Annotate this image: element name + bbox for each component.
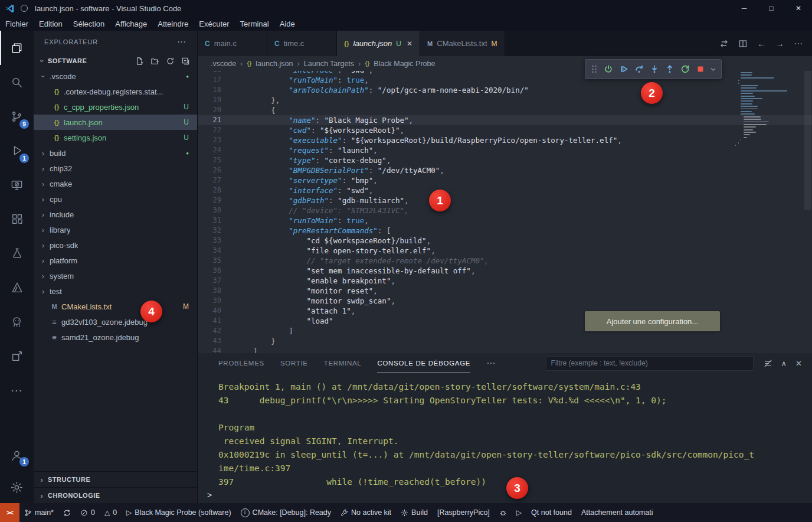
tree-item-samd21-ozone-jdebug[interactable]: ≡samd21_ozone.jdebug <box>34 329 197 345</box>
line-number[interactable]: 20 <box>198 105 235 115</box>
stop-button[interactable] <box>693 62 708 76</box>
activity-testing[interactable] <box>0 236 34 270</box>
statusbar-debug-target[interactable]: ▷Black Magic Probe (software) <box>122 503 236 522</box>
line-number[interactable]: 19 <box>198 95 235 105</box>
section-structure[interactable]: › STRUCTURE <box>34 471 197 487</box>
statusbar-cmake-build[interactable]: Build <box>396 503 433 522</box>
activity-cmake[interactable] <box>0 270 34 305</box>
open-changes-icon[interactable] <box>719 39 729 48</box>
code-line[interactable]: 27 "servertype": "bmp", <box>198 175 812 185</box>
code-line[interactable]: 35 // "target extended-remote /dev/ttyAC… <box>198 256 812 266</box>
menu-atteindre[interactable]: Atteindre <box>152 17 194 31</box>
editor-scrollbar[interactable] <box>804 71 811 210</box>
tree-item-build[interactable]: ›build● <box>34 145 197 161</box>
statusbar-cmake-kit[interactable]: No active kit <box>336 503 396 522</box>
minimize-button[interactable]: ─ <box>731 0 758 17</box>
statusbar-warnings[interactable]: △0 <box>100 503 122 522</box>
statusbar-qt-status[interactable]: Qt not found <box>526 503 577 522</box>
activity-platformio[interactable] <box>0 305 34 339</box>
minimap[interactable] <box>733 72 803 147</box>
line-number[interactable]: 31 <box>198 216 235 226</box>
activity-explorer[interactable] <box>0 31 34 65</box>
close-panel-icon[interactable]: ✕ <box>795 359 802 368</box>
maximize-button[interactable]: □ <box>758 0 785 17</box>
line-number[interactable]: 44 <box>198 346 235 353</box>
navigate-forward-icon[interactable]: → <box>775 38 784 48</box>
restart-button[interactable] <box>678 62 692 76</box>
code-line[interactable]: 28 "interface": "swd", <box>198 185 812 195</box>
tree-item-cmakelists-txt[interactable]: MCMakeLists.txtM <box>34 299 197 314</box>
breadcrumb-item[interactable]: Black Magic Probe <box>374 60 435 68</box>
activity-search[interactable] <box>0 65 34 99</box>
new-folder-icon[interactable] <box>150 57 159 66</box>
more-actions-icon[interactable]: ⋯ <box>794 38 803 49</box>
chevron-down-icon[interactable] <box>709 66 717 73</box>
tab-launch-json[interactable]: {}launch.jsonU✕ <box>337 31 420 56</box>
line-number[interactable]: 43 <box>198 336 235 346</box>
line-number[interactable]: 38 <box>198 286 235 296</box>
tree-item-chip32[interactable]: ›chip32 <box>34 161 197 176</box>
panel-tab-problemes[interactable]: PROBLÈMES <box>218 353 264 373</box>
tree-item-launch-json[interactable]: {}launch.jsonU <box>34 115 197 130</box>
tree-item-gd32vf103-ozone-jdebug[interactable]: ≡gd32vf103_ozone.jdebug <box>34 314 197 329</box>
code-line[interactable]: 38 "monitor reset", <box>198 286 812 296</box>
activity-extensions[interactable] <box>0 202 34 236</box>
tree-item-platform[interactable]: ›platform <box>34 253 197 268</box>
code-line[interactable]: 18 "armToolchainPath": "/opt/gcc-arm-non… <box>198 85 812 95</box>
activity-source-control[interactable]: 9 <box>0 99 34 133</box>
line-number[interactable]: 23 <box>198 135 235 145</box>
panel-more-icon[interactable]: ⋯ <box>486 358 495 368</box>
menu-edition[interactable]: Edition <box>34 17 68 31</box>
step-into-button[interactable] <box>647 62 662 76</box>
line-number[interactable]: 27 <box>198 175 235 185</box>
tab-main-c[interactable]: Cmain.c <box>198 31 267 56</box>
statusbar-cmake-debug[interactable] <box>495 503 512 522</box>
statusbar-cmake-status[interactable]: iCMake: [Debug]: Ready <box>236 503 336 522</box>
activity-more[interactable]: ⋯ <box>0 373 34 407</box>
statusbar-cmake-launch[interactable]: ▷ <box>512 503 526 522</box>
menu-executer[interactable]: Exécuter <box>194 17 234 31</box>
drag-handle-icon[interactable] <box>590 65 599 73</box>
statusbar-git-branch[interactable]: main* <box>19 503 58 522</box>
statusbar-errors[interactable]: 0 <box>76 503 100 522</box>
tree-item-vscode[interactable]: ›.vscode● <box>34 68 197 84</box>
activity-settings[interactable] <box>0 471 34 503</box>
remote-indicator-icon[interactable]: >< <box>0 503 19 522</box>
tree-item-pico-sdk[interactable]: ›pico-sdk <box>34 237 197 253</box>
line-number[interactable]: 37 <box>198 276 235 286</box>
line-number[interactable]: 35 <box>198 256 235 266</box>
line-number[interactable]: 26 <box>198 165 235 175</box>
code-line[interactable]: 44 ] <box>198 346 812 353</box>
tree-item-test[interactable]: ›test <box>34 283 197 299</box>
code-line[interactable]: 37 "enable breakpoint", <box>198 276 812 286</box>
section-chronologie[interactable]: › CHRONOLOGIE <box>34 487 197 503</box>
close-window-button[interactable]: ✕ <box>785 0 812 17</box>
line-number[interactable]: 42 <box>198 326 235 336</box>
line-number[interactable]: 28 <box>198 185 235 195</box>
line-number[interactable]: 16 <box>198 71 235 75</box>
line-number[interactable]: 21 <box>198 115 235 125</box>
breadcrumb-item[interactable]: Launch Targets <box>304 60 354 68</box>
code-line[interactable]: 23 "executable": "${workspaceRoot}/build… <box>198 135 812 145</box>
line-number[interactable]: 24 <box>198 145 235 155</box>
tree-item-cortex-debug-registers-stat[interactable]: {}.cortex-debug.registers.stat... <box>34 84 197 99</box>
navigate-back-icon[interactable]: ← <box>757 38 766 48</box>
tree-item-cpu[interactable]: ›cpu <box>34 191 197 207</box>
clear-console-icon[interactable] <box>764 359 772 368</box>
step-over-button[interactable] <box>632 62 646 76</box>
code-line[interactable]: 36 "set mem inaccessible-by-default off"… <box>198 266 812 276</box>
code-line[interactable]: 20 { <box>198 105 812 115</box>
code-line[interactable]: 29 "gdbPath": "gdb-multiarch", <box>198 195 812 205</box>
code-line[interactable]: 31 "runToMain": true, <box>198 216 812 226</box>
code-line[interactable]: 43 } <box>198 336 812 346</box>
editor[interactable]: 16 "interface": "swd",17 "runToMain": tr… <box>198 71 812 353</box>
new-file-icon[interactable] <box>135 57 144 66</box>
line-number[interactable]: 39 <box>198 296 235 306</box>
panel-tab-terminal[interactable]: TERMINAL <box>324 353 362 373</box>
line-number[interactable]: 25 <box>198 155 235 165</box>
line-number[interactable]: 40 <box>198 306 235 316</box>
line-number[interactable]: 30 <box>198 205 235 216</box>
menu-fichier[interactable]: Fichier <box>0 17 34 31</box>
section-software[interactable]: › SOFTWARE <box>34 53 197 68</box>
code-line[interactable]: 39 "monitor swdp_scan", <box>198 296 812 306</box>
